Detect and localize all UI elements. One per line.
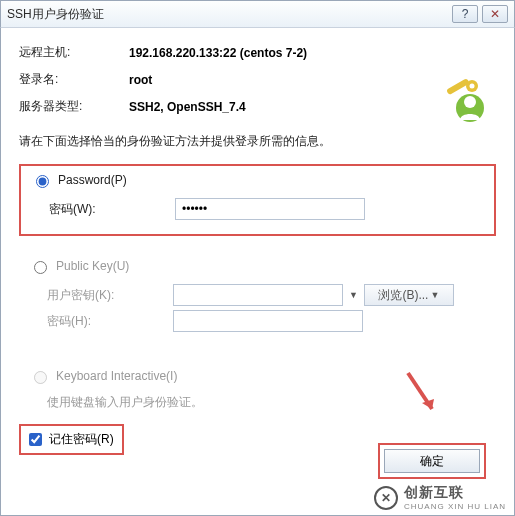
passphrase-input [173,310,363,332]
browse-button[interactable]: 浏览(B)... ▼ [364,284,454,306]
keyboard-desc: 使用键盘输入用户身份验证。 [47,394,203,411]
chevron-down-icon: ▼ [430,290,439,300]
close-button[interactable]: ✕ [482,5,508,23]
remote-host-label: 远程主机: [19,44,129,61]
close-icon: ✕ [490,7,500,21]
password-field-row: 密码(W): [49,198,484,220]
keyboard-desc-row: 使用键盘输入用户身份验证。 [47,394,486,411]
keyboard-radio-label: Keyboard Interactive(I) [56,369,177,383]
remember-password-label: 记住密码(R) [49,431,114,448]
password-radio-label: Password(P) [58,173,127,187]
remote-host-value: 192.168.220.133:22 (centos 7-2) [129,46,496,60]
userkey-label: 用户密钥(K): [47,287,167,304]
svg-point-1 [464,96,476,108]
help-icon: ? [462,7,469,21]
watermark: ✕ 创新互联 CHUANG XIN HU LIAN [366,480,514,515]
help-button[interactable]: ? [452,5,478,23]
publickey-radio-row[interactable]: Public Key(U) [29,258,486,274]
remember-password-checkbox[interactable] [29,433,42,446]
svg-point-4 [470,84,475,89]
password-group: Password(P) 密码(W): [19,164,496,236]
password-field-label: 密码(W): [49,201,169,218]
titlebar: SSH用户身份验证 ? ✕ [0,0,515,28]
watermark-sub: CHUANG XIN HU LIAN [404,502,506,511]
password-radio-row[interactable]: Password(P) [31,172,484,188]
keyboard-radio [34,371,47,384]
watermark-brand: 创新互联 [404,484,506,502]
password-radio[interactable] [36,175,49,188]
ok-button-highlight: 确定 [378,443,486,479]
instruction-text: 请在下面选择恰当的身份验证方法并提供登录所需的信息。 [19,133,496,150]
userkey-input [173,284,343,306]
passphrase-row: 密码(H): [47,310,486,332]
keyboard-group: Keyboard Interactive(I) 使用键盘输入用户身份验证。 [19,362,496,425]
ok-button[interactable]: 确定 [384,449,480,473]
browse-label: 浏览(B)... [378,287,428,304]
remote-host-row: 远程主机: 192.168.220.133:22 (centos 7-2) [19,44,496,61]
dialog-title: SSH用户身份验证 [7,6,448,23]
login-row: 登录名: root [19,71,496,88]
publickey-radio[interactable] [34,261,47,274]
userkey-row: 用户密钥(K): ▼ 浏览(B)... ▼ [47,284,486,306]
watermark-logo-icon: ✕ [374,486,398,510]
keyboard-radio-row[interactable]: Keyboard Interactive(I) [29,368,486,384]
login-label: 登录名: [19,71,129,88]
publickey-radio-label: Public Key(U) [56,259,129,273]
key-user-icon [440,76,490,126]
dialog-body: 远程主机: 192.168.220.133:22 (centos 7-2) 登录… [0,28,515,516]
passphrase-label: 密码(H): [47,313,167,330]
remember-password-row[interactable]: 记住密码(R) [19,424,124,455]
servertype-row: 服务器类型: SSH2, OpenSSH_7.4 [19,98,496,115]
publickey-group: Public Key(U) 用户密钥(K): ▼ 浏览(B)... ▼ 密码(H… [19,252,496,346]
password-input[interactable] [175,198,365,220]
chevron-down-icon: ▼ [349,290,358,300]
ok-label: 确定 [420,453,444,470]
servertype-label: 服务器类型: [19,98,129,115]
